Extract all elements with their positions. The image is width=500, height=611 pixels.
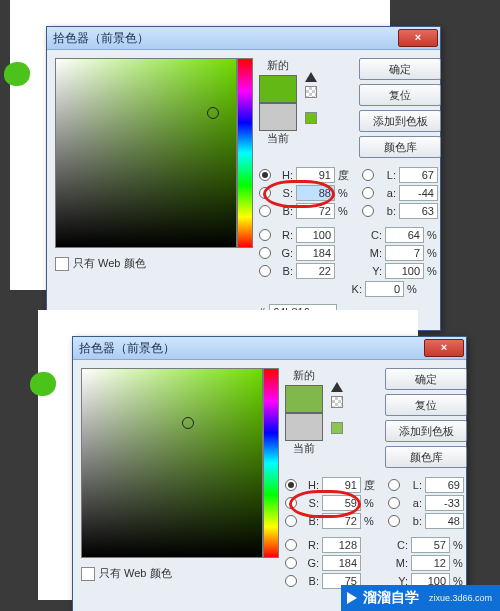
swatch-current[interactable] [259, 103, 297, 131]
new-label: 新的 [285, 368, 323, 383]
h-input[interactable]: 91 [296, 167, 335, 183]
l-radio[interactable] [362, 169, 374, 181]
k-input[interactable]: 0 [365, 281, 404, 297]
bv-input[interactable]: 72 [322, 513, 361, 529]
g-input[interactable]: 184 [322, 555, 361, 571]
b-lab-input[interactable]: 48 [425, 513, 464, 529]
sb-marker[interactable] [182, 417, 194, 429]
c-input[interactable]: 64 [385, 227, 424, 243]
reset-button[interactable]: 复位 [385, 394, 467, 416]
r-label: R: [273, 229, 296, 241]
play-icon [347, 592, 357, 604]
dialog-title: 拾色器（前景色） [53, 30, 149, 47]
g-input[interactable]: 184 [296, 245, 335, 261]
swatch-new [285, 385, 323, 413]
gamut-swatch-icon[interactable] [305, 86, 317, 98]
current-label: 当前 [259, 131, 297, 146]
color-picker-dialog: 拾色器（前景色） × 只有 Web 颜色 新的 [46, 26, 441, 331]
g-radio[interactable] [285, 557, 297, 569]
ok-button[interactable]: 确定 [385, 368, 467, 390]
bright-radio[interactable] [259, 205, 271, 217]
titlebar[interactable]: 拾色器（前景色） × [73, 337, 466, 360]
bv-label: B: [273, 205, 296, 217]
new-label: 新的 [259, 58, 297, 73]
ok-button[interactable]: 确定 [359, 58, 441, 80]
watermark-sub: zixue.3d66.com [429, 593, 492, 603]
pct-unit: % [335, 187, 352, 199]
watermark-brand: 溜溜自学 [363, 589, 419, 607]
dialog-title: 拾色器（前景色） [79, 340, 175, 357]
b-lab-input[interactable]: 63 [399, 203, 438, 219]
h-input[interactable]: 91 [322, 477, 361, 493]
titlebar[interactable]: 拾色器（前景色） × [47, 27, 440, 50]
sat-radio[interactable] [259, 187, 271, 199]
bch-radio[interactable] [285, 575, 297, 587]
bch-radio[interactable] [259, 265, 271, 277]
sb-marker[interactable] [207, 107, 219, 119]
c-label: C: [362, 229, 385, 241]
bright-radio[interactable] [285, 515, 297, 527]
saturation-brightness-field[interactable] [81, 368, 263, 558]
c-input[interactable]: 57 [411, 537, 450, 553]
l-label: L: [376, 169, 399, 181]
g-radio[interactable] [259, 247, 271, 259]
s-label: S: [273, 187, 296, 199]
m-input[interactable]: 12 [411, 555, 450, 571]
swatch-new [259, 75, 297, 103]
color-lib-button[interactable]: 颜色库 [385, 446, 467, 468]
color-picker-dialog: 拾色器（前景色） × 只有 Web 颜色 新的 [72, 336, 467, 611]
b-lab-radio[interactable] [388, 515, 400, 527]
color-lib-button[interactable]: 颜色库 [359, 136, 441, 158]
add-swatch-button[interactable]: 添加到色板 [385, 420, 467, 442]
a-input[interactable]: -44 [399, 185, 438, 201]
bch-label: B: [273, 265, 296, 277]
saturation-brightness-field[interactable] [55, 58, 237, 248]
web-colors-checkbox[interactable] [55, 257, 69, 271]
a-radio[interactable] [362, 187, 374, 199]
hue-slider[interactable] [237, 58, 253, 248]
b-lab-label: b: [376, 205, 399, 217]
a-input[interactable]: -33 [425, 495, 464, 511]
close-button[interactable]: × [398, 29, 438, 47]
websafe-swatch-icon[interactable] [305, 112, 317, 124]
gamut-swatch-icon[interactable] [331, 396, 343, 408]
r-radio[interactable] [259, 229, 271, 241]
web-colors-checkbox[interactable] [81, 567, 95, 581]
web-colors-label: 只有 Web 颜色 [99, 566, 172, 581]
close-button[interactable]: × [424, 339, 464, 357]
g-label: G: [273, 247, 296, 259]
m-input[interactable]: 7 [385, 245, 424, 261]
s-input[interactable]: 59 [322, 495, 361, 511]
m-label: M: [362, 247, 385, 259]
hue-radio[interactable] [259, 169, 271, 181]
s-input[interactable]: 88 [296, 185, 335, 201]
k-label: K: [342, 283, 365, 295]
r-input[interactable]: 100 [296, 227, 335, 243]
bch-input[interactable]: 22 [296, 263, 335, 279]
add-swatch-button[interactable]: 添加到色板 [359, 110, 441, 132]
l-input[interactable]: 67 [399, 167, 438, 183]
gamut-warning-icon[interactable] [305, 72, 317, 82]
watermark: 溜溜自学 zixue.3d66.com [341, 585, 500, 611]
a-radio[interactable] [388, 497, 400, 509]
hue-slider[interactable] [263, 368, 279, 558]
b-lab-radio[interactable] [362, 205, 374, 217]
l-input[interactable]: 69 [425, 477, 464, 493]
bv-input[interactable]: 72 [296, 203, 335, 219]
a-label: a: [376, 187, 399, 199]
brush-preview-dot [4, 62, 30, 86]
sat-radio[interactable] [285, 497, 297, 509]
y-input[interactable]: 100 [385, 263, 424, 279]
y-label: Y: [362, 265, 385, 277]
swatch-current[interactable] [285, 413, 323, 441]
h-label: H: [273, 169, 296, 181]
reset-button[interactable]: 复位 [359, 84, 441, 106]
current-label: 当前 [285, 441, 323, 456]
hue-radio[interactable] [285, 479, 297, 491]
r-input[interactable]: 128 [322, 537, 361, 553]
l-radio[interactable] [388, 479, 400, 491]
r-radio[interactable] [285, 539, 297, 551]
gamut-warning-icon[interactable] [331, 382, 343, 392]
web-colors-label: 只有 Web 颜色 [73, 256, 146, 271]
websafe-swatch-icon[interactable] [331, 422, 343, 434]
